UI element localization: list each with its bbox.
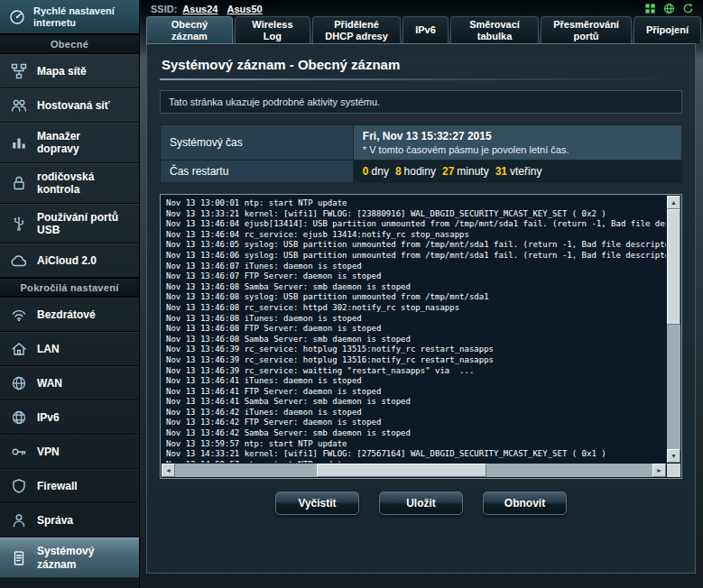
wan-icon <box>9 373 29 393</box>
tab-wireless-log[interactable]: Wireless Log <box>235 16 310 43</box>
uptime-label: Čas restartu <box>161 161 354 183</box>
system-log-panel: Systémový záznam - Obecný záznam Tato st… <box>146 43 696 574</box>
table-row-system-time: Systémový čas Fri, Nov 13 15:32:27 2015 … <box>161 125 682 161</box>
sidebar-item-ipv6[interactable]: IPv6 <box>0 400 139 435</box>
network-map-icon <box>9 61 29 81</box>
sidebar-section-advanced: Pokročilá nastavení <box>0 278 139 298</box>
tab-ipv6[interactable]: IPv6 <box>402 16 449 43</box>
tab-routing-table[interactable]: Směrovací tabulka <box>450 16 539 43</box>
guest-network-icon <box>9 96 29 115</box>
scroll-right-arrow-icon[interactable]: ► <box>652 464 666 477</box>
table-row-uptime: Čas restartu 0dny8hodiny27minuty31vteřin… <box>161 161 682 183</box>
action-buttons: Vyčistit Uložit Obnovit <box>160 492 682 515</box>
system-time-value-cell: Fri, Nov 13 15:32:27 2015 * V tomto časo… <box>353 125 681 161</box>
uptime-minutes: 27 <box>442 165 454 178</box>
system-time-value: Fri, Nov 13 15:32:27 2015 <box>363 130 672 142</box>
log-horizontal-scrollbar[interactable]: ◄ ► <box>162 464 666 477</box>
sidebar-item-wireless[interactable]: Bezdrátové <box>0 298 139 332</box>
system-log-icon <box>9 548 29 568</box>
scroll-up-arrow-icon[interactable]: ▲ <box>667 196 680 209</box>
system-info-table: Systémový čas Fri, Nov 13 15:32:27 2015 … <box>160 124 682 183</box>
vertical-scroll-thumb[interactable] <box>667 209 680 325</box>
refresh-button[interactable]: Obnovit <box>483 492 567 515</box>
sidebar-item-firewall[interactable]: Firewall <box>0 469 139 503</box>
uptime-seconds: 31 <box>495 165 507 178</box>
usb-icon <box>9 214 29 234</box>
tab-general-log[interactable]: Obecný záznam <box>146 16 233 43</box>
tab-bar: Obecný záznam Wireless Log Přidělené DHC… <box>140 16 703 43</box>
tab-dhcp-leases[interactable]: Přidělené DHCP adresy <box>312 16 401 43</box>
ssid-link-24ghz[interactable]: Asus24 <box>182 4 217 14</box>
tab-connections[interactable]: Připojení <box>634 16 701 43</box>
vpn-icon <box>9 442 29 462</box>
topbar-icons <box>643 2 694 14</box>
sidebar-filler <box>0 578 139 588</box>
sidebar-item-lan[interactable]: LAN <box>0 332 139 366</box>
sidebar-item-traffic-manager[interactable]: Manažer dopravy <box>0 123 139 163</box>
log-vertical-scrollbar[interactable]: ▲ ▼ <box>667 196 680 463</box>
horizontal-scroll-thumb[interactable] <box>317 464 486 477</box>
sidebar-item-usb-application[interactable]: Používání portů USB <box>0 204 139 244</box>
uptime-hours: 8 <box>395 165 402 178</box>
log-textarea[interactable]: Nov 13 13:00:01 ntp: start NTP update No… <box>160 194 682 479</box>
sidebar-section-general: Obecné <box>0 34 139 54</box>
dst-note: * V tomto časovém pásmu je povolen letní… <box>363 144 672 155</box>
quick-setup-icon <box>7 7 27 27</box>
topbar: SSID: Asus24 Asus50 <box>140 0 703 16</box>
app-grid-icon[interactable] <box>643 2 656 14</box>
sidebar-item-administration[interactable]: Správa <box>0 503 139 537</box>
router-admin-app: Rychlé nastavení internetu Obecné Mapa s… <box>0 0 703 588</box>
sidebar-item-network-map[interactable]: Mapa sítě <box>0 54 139 88</box>
title-divider <box>160 78 682 80</box>
wireless-icon <box>9 305 29 325</box>
scroll-left-arrow-icon[interactable]: ◄ <box>162 464 175 477</box>
firewall-icon <box>9 476 29 496</box>
ssid-label: SSID: <box>151 4 177 14</box>
save-button[interactable]: Uložit <box>379 492 463 515</box>
traffic-manager-icon <box>9 133 29 152</box>
scroll-down-arrow-icon[interactable]: ▼ <box>667 449 680 463</box>
scrollbar-corner <box>667 464 680 477</box>
admin-icon <box>9 510 29 530</box>
quick-setup-label: Rychlé nastavení internetu <box>33 5 133 28</box>
page-title: Systémový záznam - Obecný záznam <box>162 57 682 72</box>
globe-icon[interactable] <box>662 2 675 14</box>
sidebar-item-vpn[interactable]: VPN <box>0 435 139 469</box>
sidebar-item-wan[interactable]: WAN <box>0 366 139 400</box>
cloud-icon <box>9 251 29 271</box>
log-text[interactable]: Nov 13 13:00:01 ntp: start NTP update No… <box>162 196 666 463</box>
lan-icon <box>9 339 29 359</box>
sidebar-item-parental-control[interactable]: rodičovská kontrola <box>0 163 139 204</box>
tab-port-forwarding[interactable]: Přesměrování portů <box>541 16 632 43</box>
sidebar-item-aicloud[interactable]: AiCloud 2.0 <box>0 243 139 278</box>
sidebar: Rychlé nastavení internetu Obecné Mapa s… <box>0 0 140 588</box>
content-area: SSID: Asus24 Asus50 <box>140 0 703 588</box>
system-time-label: Systémový čas <box>161 125 354 161</box>
uptime-value-cell: 0dny8hodiny27minuty31vteřiny <box>353 161 681 183</box>
ssid-link-5ghz[interactable]: Asus50 <box>227 4 262 14</box>
sidebar-item-guest-network[interactable]: Hostovaná síť <box>0 88 139 123</box>
quick-internet-setup-button[interactable]: Rychlé nastavení internetu <box>0 0 139 34</box>
parental-control-icon <box>9 173 29 193</box>
page-description: Tato stránka ukazuje podrobné aktivity s… <box>160 90 682 114</box>
sidebar-item-system-log[interactable]: Systémový záznam <box>0 537 139 578</box>
refresh-icon[interactable] <box>681 2 694 14</box>
ipv6-icon <box>9 408 29 427</box>
uptime-days: 0 <box>363 165 369 178</box>
clear-button[interactable]: Vyčistit <box>275 492 359 515</box>
